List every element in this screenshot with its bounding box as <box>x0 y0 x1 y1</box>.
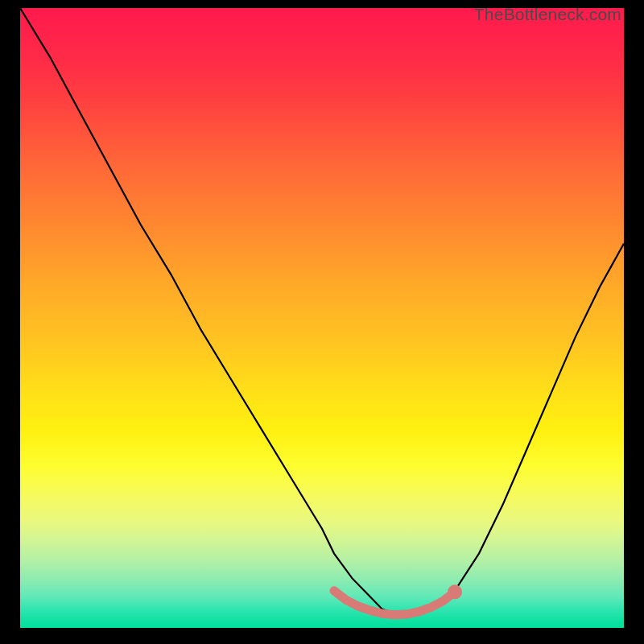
optimal-zone-highlight <box>334 591 455 615</box>
plot-area <box>20 8 624 628</box>
curve-svg <box>20 8 624 628</box>
bottleneck-curve <box>20 8 624 616</box>
optimal-point-marker <box>448 584 462 599</box>
watermark-text: TheBottleneck.com <box>474 5 621 24</box>
bottleneck-chart: TheBottleneck.com <box>0 0 644 644</box>
